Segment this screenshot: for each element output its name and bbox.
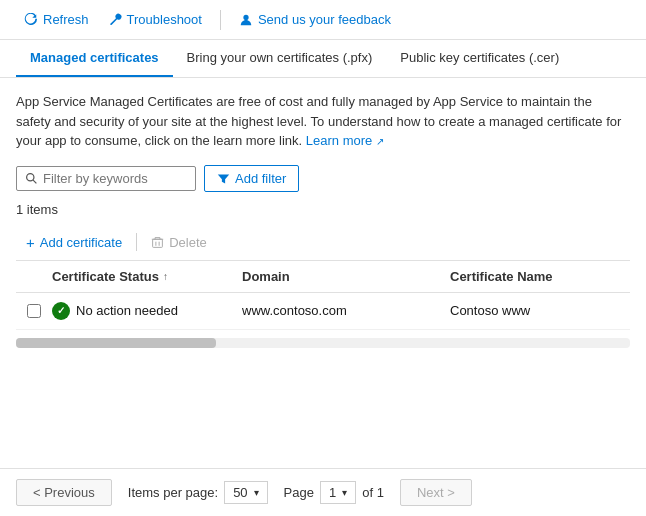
refresh-button[interactable]: Refresh: [16, 8, 97, 31]
sort-icon: ↑: [163, 271, 168, 282]
svg-point-1: [27, 173, 34, 180]
tab-bring-your-own[interactable]: Bring your own certificates (.pfx): [173, 40, 387, 77]
previous-button[interactable]: < Previous: [16, 479, 112, 506]
separator: [220, 10, 221, 30]
status-cell: No action needed: [52, 302, 242, 320]
feedback-icon: [239, 13, 253, 27]
add-certificate-button[interactable]: + Add certificate: [16, 231, 132, 254]
main-content: App Service Managed Certificates are fre…: [0, 78, 646, 362]
items-per-page: Items per page: 50 ▾: [128, 481, 268, 504]
search-input[interactable]: [43, 171, 187, 186]
search-icon: [25, 172, 38, 185]
svg-rect-3: [153, 239, 163, 247]
horizontal-scrollbar[interactable]: [16, 338, 630, 348]
domain-cell: www.contoso.com: [242, 303, 450, 318]
header-status[interactable]: Certificate Status ↑: [52, 269, 242, 284]
filter-icon: [217, 172, 230, 185]
svg-point-0: [243, 14, 248, 19]
trash-icon: [151, 236, 164, 249]
footer: < Previous Items per page: 50 ▾ Page 1 ▾…: [0, 468, 646, 516]
description-text: App Service Managed Certificates are fre…: [16, 92, 630, 151]
header-certname: Certificate Name: [450, 269, 630, 284]
wrench-icon: [109, 13, 122, 26]
row-checkbox-cell[interactable]: [16, 304, 52, 318]
delete-button[interactable]: Delete: [141, 231, 217, 254]
toolbar: Refresh Troubleshoot Send us your feedba…: [0, 0, 646, 40]
next-button[interactable]: Next >: [400, 479, 472, 506]
chevron-down-icon: ▾: [254, 487, 259, 498]
page-select[interactable]: 1 ▾: [320, 481, 356, 504]
page-chevron-down-icon: ▾: [342, 487, 347, 498]
scrollbar-thumb[interactable]: [16, 338, 216, 348]
troubleshoot-button[interactable]: Troubleshoot: [101, 8, 210, 31]
tab-managed-certificates[interactable]: Managed certificates: [16, 40, 173, 77]
svg-line-2: [33, 180, 36, 183]
add-filter-button[interactable]: Add filter: [204, 165, 299, 192]
refresh-icon: [24, 13, 38, 27]
feedback-button[interactable]: Send us your feedback: [231, 8, 399, 31]
page-info: Page 1 ▾ of 1: [284, 481, 384, 504]
items-count: 1 items: [16, 202, 630, 217]
row-checkbox[interactable]: [27, 304, 41, 318]
certname-cell: Contoso www: [450, 303, 630, 318]
certificates-table: Certificate Status ↑ Domain Certificate …: [16, 261, 630, 330]
feedback-label: Send us your feedback: [258, 12, 391, 27]
filter-row: Add filter: [16, 165, 630, 192]
refresh-label: Refresh: [43, 12, 89, 27]
items-per-page-select[interactable]: 50 ▾: [224, 481, 267, 504]
action-separator: [136, 233, 137, 251]
add-icon: +: [26, 235, 35, 250]
status-success-icon: [52, 302, 70, 320]
tabs-container: Managed certificates Bring your own cert…: [0, 40, 646, 78]
header-domain: Domain: [242, 269, 450, 284]
table-header: Certificate Status ↑ Domain Certificate …: [16, 261, 630, 293]
filter-input-wrap[interactable]: [16, 166, 196, 191]
troubleshoot-label: Troubleshoot: [127, 12, 202, 27]
learn-more-link[interactable]: Learn more ↗: [306, 133, 384, 148]
table-row: No action needed www.contoso.com Contoso…: [16, 293, 630, 330]
tab-public-key[interactable]: Public key certificates (.cer): [386, 40, 573, 77]
action-bar: + Add certificate Delete: [16, 225, 630, 261]
